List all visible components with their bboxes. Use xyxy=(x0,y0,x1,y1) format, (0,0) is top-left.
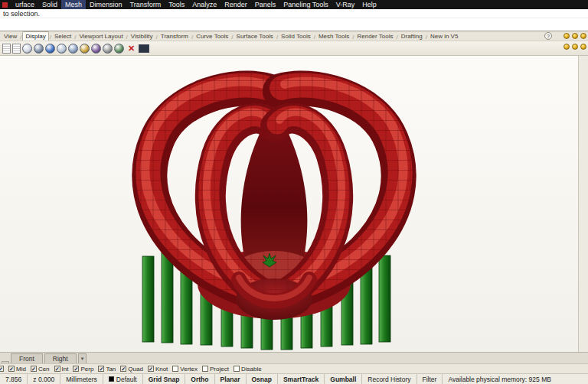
help-icon[interactable]: ? xyxy=(544,32,552,40)
dock-icon-2[interactable] xyxy=(572,33,578,39)
status-gumball[interactable]: Gumball xyxy=(325,374,362,384)
menu-item-dimension[interactable]: Dimension xyxy=(86,0,126,9)
command-input[interactable] xyxy=(0,18,588,31)
osnap-quad[interactable]: ✓Quad xyxy=(120,366,143,373)
osnap-partial-checkbox-icon[interactable]: ✓ xyxy=(0,366,4,372)
status-coord-x: 7.856 xyxy=(0,374,28,384)
tab-transform[interactable]: Transform xyxy=(158,32,191,41)
raytraced-display-icon[interactable] xyxy=(80,44,90,54)
tab-viewport-layout[interactable]: Viewport Layout xyxy=(77,32,125,41)
menu-item-transform[interactable]: Transform xyxy=(126,0,165,9)
tab-items: View/Display/Select/Viewport Layout/Visi… xyxy=(2,31,460,41)
tab-surface-tools[interactable]: Surface Tools xyxy=(234,32,276,41)
perspective-viewport[interactable] xyxy=(0,56,588,352)
tab-mesh-tools[interactable]: Mesh Tools xyxy=(316,32,351,41)
osnap-project[interactable]: Project xyxy=(202,366,229,373)
osnap-checkbox-tan[interactable]: ✓ xyxy=(98,366,104,372)
tab-view[interactable]: View xyxy=(2,32,19,41)
status-grid-snap[interactable]: Grid Snap xyxy=(143,374,186,384)
status-layer[interactable]: Default xyxy=(103,374,143,384)
dock-icon-3[interactable] xyxy=(580,33,586,39)
status-coord-z: z 0.000 xyxy=(28,374,60,384)
status-text-filter: Filter xyxy=(423,376,437,383)
status-planar[interactable]: Planar xyxy=(215,374,247,384)
clear-display-icon[interactable]: ✕ xyxy=(126,43,137,54)
osnap-disable[interactable]: Disable xyxy=(234,366,262,373)
status-filter[interactable]: Filter xyxy=(417,374,443,384)
tab-visibility[interactable]: Visibility xyxy=(129,32,155,41)
osnap-checkbox-cen[interactable]: ✓ xyxy=(31,366,37,372)
viewport-layout-icon[interactable] xyxy=(2,44,11,54)
status-smarttrack[interactable]: SmartTrack xyxy=(278,374,325,384)
osnap-vertex[interactable]: Vertex xyxy=(172,366,198,373)
status-units[interactable]: Millimeters xyxy=(60,374,103,384)
fullscreen-display-icon[interactable] xyxy=(139,44,149,53)
rhino-window: urfaceSolidMeshDimensionTransformToolsAn… xyxy=(0,0,588,384)
wireframe-display-icon[interactable] xyxy=(22,44,32,54)
osnap-checkbox-disable[interactable] xyxy=(234,366,240,372)
tab-curve-tools[interactable]: Curve Tools xyxy=(194,32,230,41)
menu-item-panels[interactable]: Panels xyxy=(251,0,280,9)
tab-strip-right-icons: ? xyxy=(544,32,586,40)
shaded-display-icon[interactable] xyxy=(34,44,44,54)
layer-swatch-icon xyxy=(109,376,114,382)
viewport-tab-bar: FrontRight▾ xyxy=(0,352,588,363)
menu-item-solid[interactable]: Solid xyxy=(38,0,61,9)
osnap-checkbox-vertex[interactable] xyxy=(172,366,178,372)
dock-icon-5[interactable] xyxy=(572,44,578,50)
menu-item-paneling-tools[interactable]: Paneling Tools xyxy=(279,0,332,9)
status-text-coord-x: 7.856 xyxy=(5,376,21,383)
menu-item-render[interactable]: Render xyxy=(220,0,251,9)
osnap-checkbox-knot[interactable]: ✓ xyxy=(148,366,154,372)
tab-new-in-v5[interactable]: New in V5 xyxy=(428,32,460,41)
status-ortho[interactable]: Ortho xyxy=(185,374,214,384)
xray-display-icon[interactable] xyxy=(68,44,78,54)
toolbar-icon-row: ✕ xyxy=(2,43,149,54)
viewport-tab-front[interactable]: Front xyxy=(11,353,43,363)
tab-select[interactable]: Select xyxy=(52,32,74,41)
osnap-knot[interactable]: ✓Knot xyxy=(148,366,168,373)
viewport-tab-right[interactable]: Right xyxy=(44,353,77,363)
rendered-display-icon[interactable] xyxy=(45,44,55,54)
osnap-checkbox-mid[interactable]: ✓ xyxy=(8,366,15,372)
tab-display[interactable]: Display xyxy=(22,31,48,41)
osnap-label-int: Int xyxy=(62,366,69,373)
osnap-checkbox-int[interactable]: ✓ xyxy=(54,366,60,372)
menu-item-analyze[interactable]: Analyze xyxy=(188,0,220,9)
osnap-checkbox-quad[interactable]: ✓ xyxy=(120,366,126,372)
artistic-display-icon[interactable] xyxy=(91,44,101,54)
dock-icon-4[interactable] xyxy=(564,44,570,50)
toolbar-right-icons xyxy=(564,44,586,50)
menu-item-urface[interactable]: urface xyxy=(11,0,38,9)
command-history-line: to selection. xyxy=(0,9,588,18)
menu-item-help[interactable]: Help xyxy=(358,0,381,9)
osnap-checkbox-project[interactable] xyxy=(202,366,208,372)
menu-item-tools[interactable]: Tools xyxy=(165,0,188,9)
tab-drafting[interactable]: Drafting xyxy=(399,32,425,41)
status-text-ortho: Ortho xyxy=(191,376,208,383)
osnap-partial[interactable]: ✓ xyxy=(0,366,4,372)
menu-item-mesh[interactable]: Mesh xyxy=(61,0,86,9)
dock-icon-1[interactable] xyxy=(564,33,570,39)
tab-solid-tools[interactable]: Solid Tools xyxy=(279,32,313,41)
flat-shade-icon[interactable] xyxy=(114,44,124,54)
ghosted-display-icon[interactable] xyxy=(57,44,67,54)
osnap-perp[interactable]: ✓Perp xyxy=(73,366,93,373)
viewport-tab-menu-icon[interactable]: ▾ xyxy=(78,353,87,363)
status-osnap-toggle[interactable]: Osnap xyxy=(247,374,278,384)
osnap-label-perp: Perp xyxy=(80,366,93,373)
tab-render-tools[interactable]: Render Tools xyxy=(354,32,395,41)
menu-item-v-ray[interactable]: V-Ray xyxy=(332,0,359,9)
osnap-checkbox-perp[interactable]: ✓ xyxy=(73,366,79,372)
osnap-cen[interactable]: ✓Cen xyxy=(31,366,50,373)
osnap-label-mid: Mid xyxy=(16,366,26,373)
named-views-icon[interactable] xyxy=(12,44,21,54)
status-record-history[interactable]: Record History xyxy=(362,374,416,384)
osnap-tan[interactable]: ✓Tan xyxy=(98,366,116,373)
dock-icon-6[interactable] xyxy=(580,44,586,50)
status-text-planar: Planar xyxy=(220,376,240,383)
osnap-int[interactable]: ✓Int xyxy=(54,366,69,373)
status-text-grid-snap: Grid Snap xyxy=(149,376,180,383)
osnap-mid[interactable]: ✓Mid xyxy=(8,366,26,373)
pen-display-icon[interactable] xyxy=(103,44,113,54)
